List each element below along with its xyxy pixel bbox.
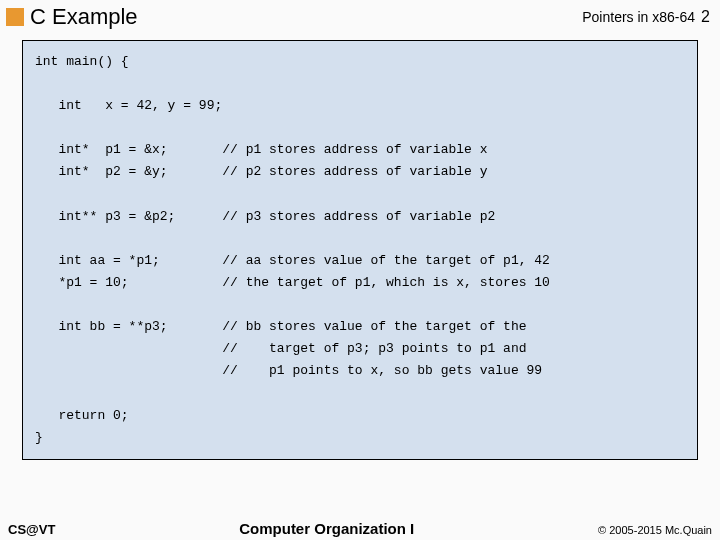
code-listing: int main() { int x = 42, y = 99; int* p1… [35, 51, 685, 449]
footer-center: Computer Organization I [55, 520, 598, 537]
slide-header: C Example Pointers in x86-64 2 [0, 0, 720, 36]
footer-left: CS@VT [8, 522, 55, 537]
page-number: 2 [701, 8, 710, 26]
slide-footer: CS@VT Computer Organization I © 2005-201… [0, 520, 720, 537]
slide-topic: Pointers in x86-64 [582, 9, 695, 25]
code-box: int main() { int x = 42, y = 99; int* p1… [22, 40, 698, 460]
bullet-square [6, 8, 24, 26]
slide-title: C Example [30, 4, 582, 30]
footer-right: © 2005-2015 Mc.Quain [598, 524, 712, 536]
